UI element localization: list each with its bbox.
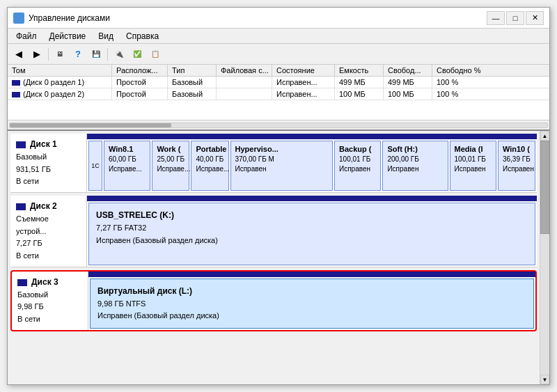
disk3-icon	[17, 279, 27, 286]
td-tip-1: Базовый	[168, 88, 217, 100]
col-header-fs: Файловая с...	[217, 65, 272, 76]
disk-section: Диск 1 Базовый 931,51 ГБ В сети 1С Win8.…	[8, 131, 540, 384]
td-freep-1: 100 %	[432, 88, 549, 100]
disk1-part0-size: 60,00 ГБ	[109, 155, 146, 164]
disk1-small-part[interactable]: 1С	[88, 141, 102, 191]
toolbar-separator-2	[107, 48, 108, 61]
disk1-status: В сети	[16, 175, 81, 188]
disk1-part5-state: Исправен	[387, 164, 443, 174]
vscroll-down-button[interactable]: ▼	[540, 375, 549, 384]
disk1-part7-size: 36,39 ГБ	[503, 155, 531, 164]
menu-bar: Файл Действие Вид Справка	[8, 29, 549, 44]
main-content: Том Располож... Тип Файловая с... Состоя…	[8, 65, 549, 384]
disk2-label: Диск 2 Съемное устрой... 7,27 ГБ В сети	[10, 196, 87, 267]
disk3-title: Диск 3	[17, 276, 82, 289]
disk1-part4-state: Исправен	[339, 164, 376, 174]
menu-help[interactable]: Справка	[120, 30, 164, 42]
disk-manager-icon[interactable]: 🖥	[52, 47, 68, 62]
disk1-part2-state: Исправе...	[196, 164, 223, 174]
hscroll-thumb	[10, 123, 171, 127]
td-state-1: Исправен...	[272, 88, 335, 100]
col-header-free: Свобод...	[384, 65, 432, 76]
disk2-bar	[87, 196, 537, 201]
disk3-state: Исправен (Базовый раздел диска)	[97, 310, 526, 322]
td-rasp-1: Простой	[112, 88, 168, 100]
table-row[interactable]: (Диск 0 раздел 2) Простой Базовый Исправ…	[8, 88, 549, 100]
disk1-part1-state: Исправе...	[157, 164, 185, 174]
disk1-part-5[interactable]: Soft (H:) 200,00 ГБ Исправен	[382, 141, 448, 191]
disk1-part-2[interactable]: Portable 40,00 ГБ Исправе...	[191, 141, 228, 191]
disk1-part3-state: Исправен	[235, 164, 329, 174]
col-header-rasp: Располож...	[112, 65, 168, 76]
disk1-part-0[interactable]: Win8.1 60,00 ГБ Исправе...	[104, 141, 150, 191]
disk2-state: Исправен (Базовый раздел диска)	[96, 235, 528, 247]
disk3-type: Базовый	[17, 289, 82, 301]
disk2-title: Диск 2	[16, 200, 81, 213]
disk2-type: Съемное устрой...	[16, 213, 81, 237]
disk1-part2-size: 40,00 ГБ	[196, 155, 223, 164]
hscroll-track	[9, 123, 548, 128]
maximize-button[interactable]: □	[506, 11, 524, 25]
td-free-0: 499 МБ	[384, 77, 432, 88]
disk1-part3-size: 370,00 ГБ М	[235, 155, 329, 164]
disk1-part7-state: Исправен	[503, 164, 531, 174]
disk1-size: 931,51 ГБ	[16, 164, 81, 176]
disk-icon[interactable]: 💾	[88, 47, 104, 62]
disk-row-1: Диск 1 Базовый 931,51 ГБ В сети 1С Win8.…	[10, 134, 537, 193]
disk2-single-partition[interactable]: USB_STRELEC (K:) 7,27 ГБ FAT32 Исправен …	[88, 203, 535, 265]
disk2-fs: 7,27 ГБ FAT32	[96, 222, 528, 235]
disk-vscrollbar[interactable]: ▲ ▼	[540, 131, 549, 384]
forward-button[interactable]: ▶	[29, 47, 45, 62]
disk3-status: В сети	[17, 313, 82, 326]
td-tom-1: (Диск 0 раздел 2)	[8, 88, 112, 100]
check-button[interactable]: ✅	[129, 47, 146, 62]
minimize-button[interactable]: —	[487, 11, 505, 25]
disk-row-3: Диск 3 Базовый 9,98 ГБ В сети Виртуальны…	[10, 270, 537, 331]
table-row[interactable]: (Диск 0 раздел 1) Простой Базовый Исправ…	[8, 77, 549, 88]
disk3-label: Диск 3 Базовый 9,98 ГБ В сети	[12, 272, 88, 330]
col-header-freep: Свободно %	[432, 65, 549, 76]
close-button[interactable]: ✕	[526, 11, 544, 25]
properties-button[interactable]: 📋	[147, 47, 164, 62]
table-hscrollbar[interactable]	[8, 120, 549, 130]
disk1-part0-state: Исправе...	[109, 164, 146, 174]
disk-section-wrapper: Диск 1 Базовый 931,51 ГБ В сети 1С Win8.…	[8, 131, 549, 384]
disk1-icon	[16, 141, 26, 148]
td-freep-0: 100 %	[432, 77, 549, 88]
disk1-type: Базовый	[16, 151, 81, 164]
td-rasp-0: Простой	[112, 77, 168, 88]
disk3-single-partition[interactable]: Виртуальный диск (L:) 9,98 ГБ NTFS Испра…	[90, 279, 534, 329]
disk2-status: В сети	[16, 250, 81, 262]
disk2-icon	[16, 203, 26, 210]
disk1-part-3[interactable]: Hypervisо... 370,00 ГБ М Исправен	[230, 141, 334, 191]
back-button[interactable]: ◀	[10, 47, 27, 62]
disk3-bar	[88, 272, 535, 277]
title-controls: — □ ✕	[487, 11, 544, 25]
menu-action[interactable]: Действие	[44, 30, 92, 42]
disk3-size: 9,98 ГБ	[17, 301, 82, 313]
menu-view[interactable]: Вид	[93, 30, 119, 42]
menu-file[interactable]: Файл	[10, 30, 42, 42]
disk1-part-1[interactable]: Work ( 25,00 ГБ Исправе...	[152, 141, 189, 191]
disk1-part4-size: 100,01 ГБ	[339, 155, 376, 164]
disk1-part5-size: 200,00 ГБ	[387, 155, 443, 164]
volume-table-section: Том Располож... Тип Файловая с... Состоя…	[8, 65, 549, 131]
col-header-cap: Емкость	[335, 65, 384, 76]
disk1-part6-size: 100,01 ГБ	[455, 155, 492, 164]
disk1-label: Диск 1 Базовый 931,51 ГБ В сети	[10, 134, 87, 192]
disk1-part-7[interactable]: Win10 ( 36,39 ГБ Исправен	[498, 141, 535, 191]
td-tom-0: (Диск 0 раздел 1)	[8, 77, 112, 88]
td-cap-1: 100 МБ	[335, 88, 384, 100]
disk1-part-6[interactable]: Media (I 100,01 ГБ Исправен	[450, 141, 496, 191]
vscroll-up-button[interactable]: ▲	[540, 131, 549, 141]
volume-icon-0	[12, 80, 20, 86]
info-button[interactable]: ?	[70, 47, 86, 62]
disk3-partitions: Виртуальный диск (L:) 9,98 ГБ NTFS Испра…	[88, 272, 535, 330]
title-bar-left: Управление дисками	[13, 13, 110, 24]
main-window: Управление дисками — □ ✕ Файл Действие В…	[7, 7, 550, 385]
connect-button[interactable]: 🔌	[111, 47, 127, 62]
disk1-part1-size: 25,00 ГБ	[157, 155, 185, 164]
disk1-part-4[interactable]: Backup ( 100,01 ГБ Исправен	[334, 141, 381, 191]
app-icon	[13, 13, 24, 24]
disk2-size: 7,27 ГБ	[16, 237, 81, 250]
